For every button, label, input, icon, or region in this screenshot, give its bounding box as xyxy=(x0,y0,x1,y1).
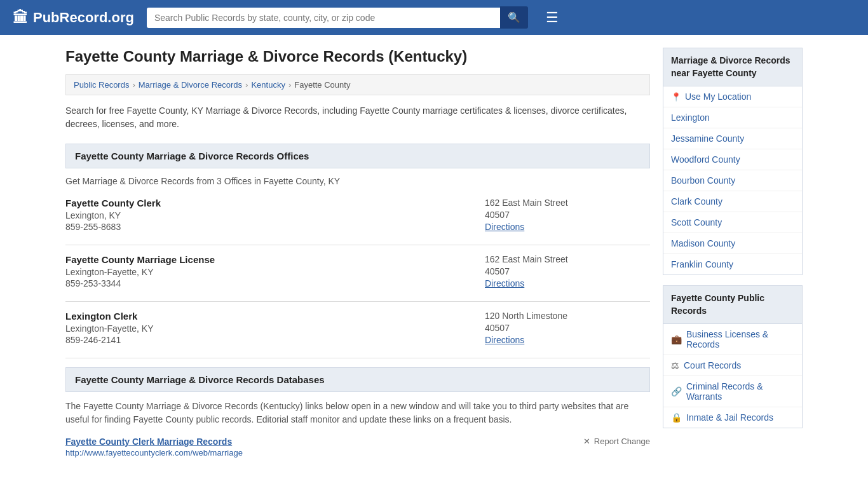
office-phone-3: 859-246-2141 xyxy=(65,335,472,345)
search-input[interactable] xyxy=(147,8,500,28)
logo-icon: 🏛 xyxy=(13,9,28,27)
public-records-list: 💼 Business Licenses & Records ⚖ Court Re… xyxy=(663,324,803,428)
office-entry-2: Fayette County Marriage License Lexingto… xyxy=(65,254,650,288)
sidebar-item-inmate-records[interactable]: 🔒 Inmate & Jail Records xyxy=(663,407,802,428)
bourbon-label: Bourbon County xyxy=(671,175,735,186)
offices-subtext: Get Marriage & Divorce Records from 3 Of… xyxy=(65,176,650,186)
office-address-2: 162 East Main Street xyxy=(485,254,650,264)
office-right-2: 162 East Main Street 40507 Directions xyxy=(485,254,650,288)
office-city-2: Lexington-Fayette, KY xyxy=(65,267,472,277)
sidebar-item-clark-county[interactable]: Clark County xyxy=(663,191,802,212)
office-city-3: Lexington-Fayette, KY xyxy=(65,323,472,334)
sidebar-item-criminal-records[interactable]: 🔗 Criminal Records & Warrants xyxy=(663,376,802,407)
breadcrumb-current: Fayette County xyxy=(294,80,350,90)
logo[interactable]: 🏛 PubRecord.org xyxy=(13,9,134,27)
use-my-location-label: Use My Location xyxy=(685,92,751,102)
inmate-records-icon: 🔒 xyxy=(671,412,682,423)
madison-label: Madison County xyxy=(671,238,735,248)
sidebar-item-use-my-location[interactable]: 📍 Use My Location xyxy=(663,86,802,107)
record-link-url-1: http://www.fayettecountyclerk.com/web/ma… xyxy=(65,448,243,458)
office-left-1: Fayette County Clerk Lexington, KY 859-2… xyxy=(65,198,472,232)
hamburger-icon: ☰ xyxy=(546,10,559,25)
breadcrumb-public-records[interactable]: Public Records xyxy=(74,80,129,90)
inmate-records-label: Inmate & Jail Records xyxy=(686,412,773,423)
breadcrumb-sep-1: › xyxy=(132,80,135,90)
breadcrumb-kentucky[interactable]: Kentucky xyxy=(251,80,285,90)
databases-intro: The Fayette County Marriage & Divorce Re… xyxy=(65,400,650,426)
nearby-list: 📍 Use My Location Lexington Jessamine Co… xyxy=(663,86,803,275)
record-entry-1: Fayette County Clerk Marriage Records ht… xyxy=(65,437,243,458)
sidebar-item-scott-county[interactable]: Scott County xyxy=(663,212,802,233)
office-name-2: Fayette County Marriage License xyxy=(65,254,472,265)
office-right-1: 162 East Main Street 40507 Directions xyxy=(485,198,650,232)
office-address-1: 162 East Main Street xyxy=(485,198,650,208)
report-change-button[interactable]: ✕ Report Change xyxy=(583,437,650,446)
office-address-3: 120 North Limestone xyxy=(485,311,650,321)
search-icon: 🔍 xyxy=(508,12,520,23)
sidebar-item-court-records[interactable]: ⚖ Court Records xyxy=(663,355,802,376)
search-button[interactable]: 🔍 xyxy=(500,6,528,29)
criminal-records-icon: 🔗 xyxy=(671,386,682,396)
sidebar: Marriage & Divorce Records near Fayette … xyxy=(663,48,803,458)
office-name-3: Lexington Clerk xyxy=(65,311,472,322)
intro-text: Search for free Fayette County, KY Marri… xyxy=(65,104,650,131)
jessamine-label: Jessamine County xyxy=(671,133,744,144)
office-phone-1: 859-255-8683 xyxy=(65,222,472,232)
databases-section-header: Fayette County Marriage & Divorce Record… xyxy=(65,367,650,392)
directions-link-2[interactable]: Directions xyxy=(485,278,524,288)
location-icon: 📍 xyxy=(671,92,681,102)
sidebar-item-madison-county[interactable]: Madison County xyxy=(663,233,802,254)
menu-button[interactable]: ☰ xyxy=(541,7,564,29)
content-area: Fayette County Marriage & Divorce Record… xyxy=(65,48,650,458)
office-right-3: 120 North Limestone 40507 Directions xyxy=(485,311,650,345)
sidebar-item-jessamine-county[interactable]: Jessamine County xyxy=(663,128,802,149)
office-zip-2: 40507 xyxy=(485,266,650,276)
header: 🏛 PubRecord.org 🔍 ☰ xyxy=(0,0,868,35)
scott-label: Scott County xyxy=(671,217,722,227)
sidebar-item-franklin-county[interactable]: Franklin County xyxy=(663,254,802,274)
lexington-label: Lexington xyxy=(671,112,710,123)
logo-text: PubRecord.org xyxy=(33,10,134,26)
report-change-icon: ✕ xyxy=(583,437,590,446)
sidebar-item-lexington[interactable]: Lexington xyxy=(663,107,802,128)
court-records-icon: ⚖ xyxy=(671,360,679,370)
office-entry-1: Fayette County Clerk Lexington, KY 859-2… xyxy=(65,198,650,232)
woodford-label: Woodford County xyxy=(671,154,740,165)
sidebar-item-bourbon-county[interactable]: Bourbon County xyxy=(663,170,802,191)
directions-link-3[interactable]: Directions xyxy=(485,335,524,345)
business-licenses-icon: 💼 xyxy=(671,334,682,344)
office-zip-1: 40507 xyxy=(485,210,650,220)
office-name-1: Fayette County Clerk xyxy=(65,198,472,208)
clark-label: Clark County xyxy=(671,196,722,207)
office-left-2: Fayette County Marriage License Lexingto… xyxy=(65,254,472,288)
search-bar: 🔍 xyxy=(147,6,528,29)
office-entry-3: Lexington Clerk Lexington-Fayette, KY 85… xyxy=(65,311,650,345)
office-left-3: Lexington Clerk Lexington-Fayette, KY 85… xyxy=(65,311,472,345)
divider-3 xyxy=(65,358,650,358)
page-title: Fayette County Marriage & Divorce Record… xyxy=(65,48,650,65)
record-row-1: Fayette County Clerk Marriage Records ht… xyxy=(65,437,650,458)
office-zip-3: 40507 xyxy=(485,323,650,333)
office-phone-2: 859-253-3344 xyxy=(65,278,472,288)
divider-2 xyxy=(65,301,650,302)
office-city-1: Lexington, KY xyxy=(65,210,472,220)
public-records-section-header: Fayette County Public Records xyxy=(663,285,803,324)
divider-1 xyxy=(65,245,650,245)
record-link-1[interactable]: Fayette County Clerk Marriage Records xyxy=(65,437,232,447)
sidebar-item-business-licenses[interactable]: 💼 Business Licenses & Records xyxy=(663,324,802,355)
offices-section-header: Fayette County Marriage & Divorce Record… xyxy=(65,144,650,168)
breadcrumb-marriage-divorce[interactable]: Marriage & Divorce Records xyxy=(139,80,242,90)
breadcrumb: Public Records › Marriage & Divorce Reco… xyxy=(65,74,650,95)
breadcrumb-sep-2: › xyxy=(245,80,248,90)
report-change-text: Report Change xyxy=(594,437,650,446)
franklin-label: Franklin County xyxy=(671,259,733,269)
breadcrumb-sep-3: › xyxy=(288,80,291,90)
sidebar-item-woodford-county[interactable]: Woodford County xyxy=(663,149,802,170)
directions-link-1[interactable]: Directions xyxy=(485,222,524,232)
nearby-section-header: Marriage & Divorce Records near Fayette … xyxy=(663,48,803,86)
court-records-label: Court Records xyxy=(684,360,741,370)
main-container: Fayette County Marriage & Divorce Record… xyxy=(53,35,815,470)
criminal-records-label: Criminal Records & Warrants xyxy=(686,381,794,402)
business-licenses-label: Business Licenses & Records xyxy=(686,329,794,349)
